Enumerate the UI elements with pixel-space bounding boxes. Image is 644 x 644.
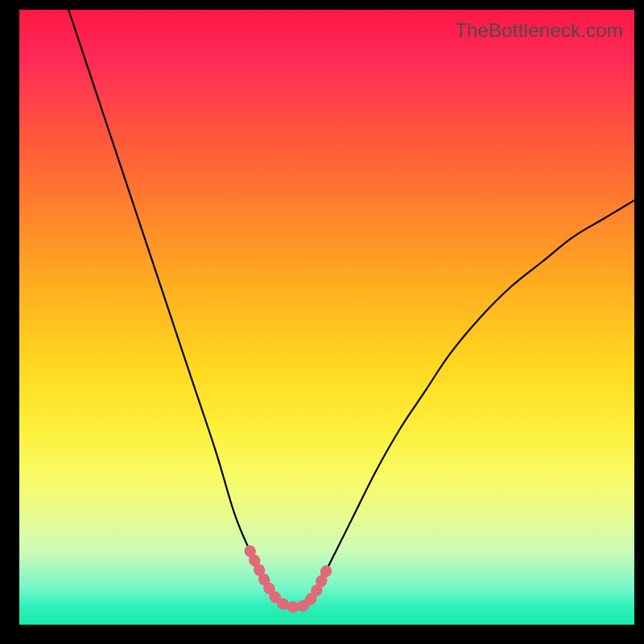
bottleneck-chart [19,10,634,625]
highlight-segment [250,551,330,607]
bottleneck-curve [68,10,634,608]
watermark-text: TheBottleneck.com [455,19,623,42]
plot-area: TheBottleneck.com [19,10,634,625]
chart-frame: TheBottleneck.com [0,0,644,644]
